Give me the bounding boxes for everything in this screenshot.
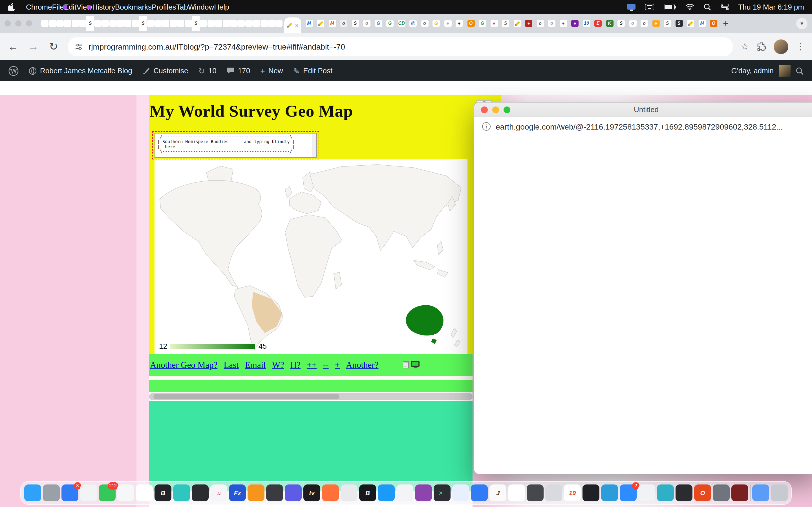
menubar-item[interactable]: File	[52, 3, 64, 11]
dock-app-icon[interactable]	[657, 485, 674, 501]
browser-tab[interactable]	[267, 16, 275, 31]
back-button[interactable]: ←	[7, 40, 19, 53]
wifi-icon[interactable]	[686, 4, 694, 10]
browser-tab[interactable]: o	[548, 20, 555, 27]
scrollbar-thumb[interactable]	[153, 393, 340, 399]
menubar-item[interactable]: Chrome	[26, 3, 52, 11]
dock-app-icon[interactable]: Fz	[229, 485, 246, 501]
dock-app-icon[interactable]: 2	[620, 485, 637, 501]
browser-tab[interactable]: O	[467, 20, 474, 27]
browser-tab[interactable]: M	[305, 20, 313, 27]
browser-tab[interactable]: S	[139, 16, 147, 31]
dock-app-icon[interactable]	[675, 485, 693, 501]
browser-tab[interactable]	[207, 16, 215, 31]
browser-tab[interactable]	[132, 16, 139, 31]
browser-tab[interactable]	[513, 20, 521, 27]
page-link[interactable]: H?	[290, 360, 301, 370]
browser-tab[interactable]	[154, 16, 162, 31]
browser-tab[interactable]	[94, 16, 101, 31]
browser-tab[interactable]: ●	[444, 20, 451, 27]
browser-tab[interactable]: S	[87, 16, 94, 31]
browser-tab[interactable]: S	[664, 20, 671, 27]
browser-tab[interactable]: S	[675, 20, 682, 27]
world-geo-chart[interactable]: 12 45	[154, 159, 467, 354]
australia-region[interactable]	[406, 305, 444, 335]
dock-app-icon[interactable]	[471, 485, 488, 501]
untitled-window[interactable]: Untitled i earth.google.com/web/@-2116.1…	[474, 102, 812, 474]
browser-tab[interactable]: S	[617, 20, 625, 27]
untitled-titlebar[interactable]: Untitled	[474, 103, 812, 117]
dock-app-icon[interactable]	[396, 485, 413, 501]
dock-app-icon[interactable]	[638, 485, 655, 501]
tab-search-button[interactable]: ▾	[796, 18, 808, 29]
site-menu[interactable]: Robert James Metcalfe Blog	[29, 66, 132, 75]
menubar-item[interactable]: Bookmarks	[115, 3, 152, 11]
control-center-icon[interactable]	[721, 4, 728, 10]
url-text[interactable]: rjmprogramming.com.au/ITblog/?p=72374&pr…	[89, 42, 725, 51]
browser-tab[interactable]	[275, 16, 283, 31]
dock-app-icon[interactable]: B	[359, 485, 376, 501]
browser-tab[interactable]	[222, 16, 230, 31]
greeting-text[interactable]: G'day, admin	[731, 66, 774, 75]
browser-tab[interactable]: ●	[525, 20, 532, 27]
untitled-url-row[interactable]: i earth.google.com/web/@-2116.1972581353…	[474, 117, 812, 136]
profile-avatar[interactable]	[774, 39, 788, 54]
bookmark-star-icon[interactable]: ☆	[741, 41, 749, 52]
browser-tab[interactable]: CD	[398, 20, 405, 27]
dock-app-icon[interactable]	[24, 485, 41, 501]
screen-mirroring-icon[interactable]	[627, 4, 636, 10]
dock-app-icon[interactable]	[285, 485, 302, 501]
dock-app-icon[interactable]: 19	[564, 485, 581, 501]
browser-tab[interactable]: o	[537, 20, 544, 27]
dock-app-icon[interactable]	[527, 485, 544, 501]
dock-app-icon[interactable]	[731, 485, 748, 501]
earth-url-text[interactable]: earth.google.com/web/@-2116.197258135337…	[496, 122, 783, 131]
keyboard-icon[interactable]	[645, 4, 654, 10]
close-tab-icon[interactable]: ×	[295, 22, 299, 29]
browser-tab[interactable]: G	[433, 20, 440, 27]
search-icon[interactable]	[796, 67, 804, 75]
admin-avatar[interactable]	[779, 65, 791, 76]
edit-post-menu[interactable]: ✎ Edit Post	[293, 66, 333, 75]
dock-app-icon[interactable]	[266, 485, 283, 501]
browser-tab[interactable]: ●	[571, 20, 578, 27]
browser-tab[interactable]	[49, 16, 56, 31]
menubar-item[interactable]: Help	[214, 3, 229, 11]
dock-app-icon[interactable]	[750, 485, 751, 501]
page-link[interactable]: ++	[307, 360, 317, 370]
dock-app-icon[interactable]: >_	[434, 485, 451, 501]
browser-tab[interactable]	[185, 16, 192, 31]
spotlight-search-icon[interactable]	[704, 3, 711, 11]
browser-tab[interactable]: ●	[456, 20, 463, 27]
site-settings-icon[interactable]	[75, 43, 83, 50]
dock-app-icon[interactable]	[415, 485, 432, 501]
dock-app-icon[interactable]	[601, 485, 618, 501]
dock-app-icon[interactable]	[508, 485, 525, 501]
info-icon[interactable]: i	[482, 122, 491, 131]
browser-tab[interactable]	[230, 16, 238, 31]
new-content-menu[interactable]: + New	[260, 66, 283, 75]
dock-app-icon[interactable]	[771, 485, 788, 501]
menubar-item[interactable]: History	[92, 3, 115, 11]
browser-tab[interactable]: o	[629, 20, 637, 27]
dock-app-icon[interactable]	[713, 485, 730, 501]
reload-button[interactable]: ↻	[47, 40, 60, 53]
browser-tab[interactable]: @	[409, 20, 417, 27]
horizontal-scrollbar[interactable]	[149, 393, 472, 400]
browser-tab[interactable]: M	[328, 20, 336, 27]
page-link[interactable]: --	[323, 360, 329, 370]
dock-app-icon[interactable]	[173, 485, 190, 501]
active-tab[interactable]: ×	[284, 17, 301, 33]
wordpress-logo-icon[interactable]	[8, 66, 18, 76]
browser-tab[interactable]: o	[363, 20, 370, 27]
browser-tab[interactable]: o	[641, 20, 648, 27]
dock-app-icon[interactable]	[43, 485, 60, 501]
browser-tab[interactable]: ●	[490, 20, 498, 27]
monitor-icon[interactable]	[411, 361, 419, 369]
dock-app-icon[interactable]	[248, 485, 264, 501]
zoom-window-button[interactable]	[26, 20, 32, 26]
page-link[interactable]: Last	[223, 360, 239, 370]
browser-tab[interactable]	[169, 16, 177, 31]
dock-app-icon[interactable]	[452, 485, 469, 501]
browser-tab[interactable]	[117, 16, 124, 31]
